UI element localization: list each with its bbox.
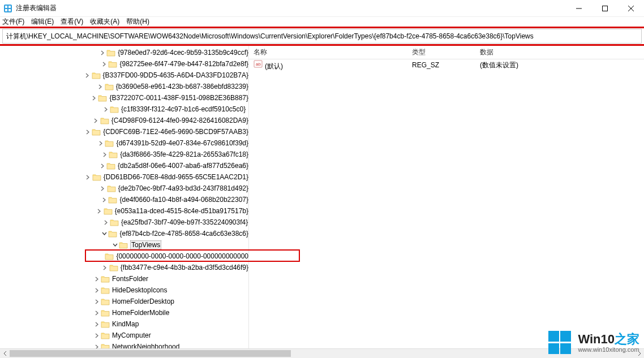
tree-node[interactable]: {c1f8339f-f312-4c97-b1c6-ecdf5910c5c0} [0,103,248,115]
tree-node[interactable]: {fbb3477e-c9e4-4b3b-a2ba-d3f5d3cd46f9} [0,262,248,273]
tree-node[interactable]: {ea25fbd7-3bf7-409e-b97f-3352240903f4} [0,217,248,228]
folder-icon [109,264,118,271]
tree-node[interactable]: {982725ee-6f47-479e-b447-812bfa7d2e8f} [0,58,248,70]
tree-node[interactable]: {db2a5d8f-06e6-4007-aba6-af877d526ea6} [0,160,248,171]
close-button[interactable] [618,0,644,16]
tree-node[interactable]: {de4f0660-fa10-4b8f-a494-068b20b22307} [0,194,248,205]
scroll-left-button[interactable] [0,349,10,358]
chevron-down-icon[interactable] [111,241,119,249]
tree-node[interactable]: {C4D98F09-6124-4fe0-9942-826416082DA9} [0,115,248,126]
tree-node-label: {ef87b4cb-f2ce-4785-8658-4ca6c63e38c6} [119,230,248,238]
chevron-right-icon[interactable] [90,94,98,102]
svg-rect-1 [5,6,7,8]
tree-node[interactable]: KindMap [0,318,248,330]
folder-icon [108,230,117,238]
folder-icon [101,297,110,305]
tree-node[interactable]: {DD61BD66-70E8-48dd-9655-65C5E1AAC2D1} [0,171,248,183]
menu-file[interactable]: 文件(F) [2,17,24,27]
chevron-right-icon[interactable] [97,83,105,90]
tree-node-label: {B372207C-0011-438F-9151-098B2E36B887} [109,94,248,102]
value-row[interactable]: ab(默认)REG_SZ(数值未设置) [249,59,644,71]
chevron-right-icon[interactable] [93,331,101,339]
tree-node-label: {C4D98F09-6124-4fe0-9942-826416082DA9} [111,117,248,124]
tree-node-label: {00000000-0000-0000-0000-000000000000 [116,252,248,260]
tree-node[interactable]: NetworkNeighborhood [0,341,248,348]
list-body[interactable]: ab(默认)REG_SZ(数值未设置) [249,59,644,348]
minimize-button[interactable] [566,0,592,16]
tree-node[interactable]: {e053a11a-dced-4515-8c4e-d51ba917517b} [0,205,248,217]
column-data[interactable]: 数据 [475,48,644,57]
tree-pane[interactable]: {978e0ed7-92d6-4cec-9b59-3135b9c49ccf}{9… [0,46,249,348]
chevron-right-icon[interactable] [92,117,100,124]
chevron-right-icon[interactable] [93,320,101,328]
value-name: (默认) [265,62,283,70]
chevron-right-icon[interactable] [84,71,92,79]
chevron-right-icon[interactable] [102,105,110,113]
scroll-right-button[interactable] [634,349,644,358]
menu-favorites[interactable]: 收藏夹(A) [90,17,119,27]
tree-node-label: {e053a11a-dced-4515-8c4e-d51ba917517b} [115,207,248,215]
scroll-track-left[interactable] [10,349,634,358]
menu-edit[interactable]: 编辑(E) [31,17,54,27]
chevron-right-icon[interactable] [93,309,101,317]
chevron-right-icon[interactable] [99,184,107,192]
chevron-right-icon[interactable] [101,264,109,271]
string-value-icon: ab [254,59,263,68]
tree-node-label: {CD0FC69B-71E2-46e5-9690-5BCD9F57AAB3} [103,128,248,136]
menu-view[interactable]: 查看(V) [61,17,83,27]
folder-icon [101,320,110,328]
chevron-right-icon[interactable] [102,218,110,226]
chevron-down-icon[interactable] [100,230,108,238]
svg-rect-2 [8,6,11,8]
tree-node-label: {978e0ed7-92d6-4cec-9b59-3135b9c49ccf} [118,49,248,57]
folder-icon [106,162,115,170]
tree-node[interactable]: HomeFolderMobile [0,307,248,318]
chevron-right-icon[interactable] [93,297,101,305]
tree-node[interactable]: {00000000-0000-0000-0000-000000000000 [0,251,248,262]
scroll-thumb[interactable] [10,350,291,357]
folder-icon [105,83,114,90]
folder-icon [92,173,101,181]
tree-node-label: HomeFolderDesktop [112,297,174,305]
tree-node[interactable]: {da3f6866-35fe-4229-821a-26553a67fc18} [0,149,248,160]
tree-node[interactable]: MyComputer [0,330,248,341]
chevron-right-icon[interactable] [84,173,92,181]
address-input[interactable]: 计算机\HKEY_LOCAL_MACHINE\SOFTWARE\WOW6432N… [2,29,642,44]
main-split: {978e0ed7-92d6-4cec-9b59-3135b9c49ccf}{9… [0,46,644,348]
tree-node[interactable]: {CD0FC69B-71E2-46e5-9690-5BCD9F57AAB3} [0,126,248,137]
tree-node[interactable]: {d674391b-52d9-4e07-834e-67c98610f39d} [0,137,248,149]
tree-node-label: KindMap [112,320,139,328]
chevron-right-icon[interactable] [84,128,92,136]
chevron-right-icon[interactable] [93,275,101,283]
chevron-right-icon[interactable] [97,139,105,147]
chevron-right-icon[interactable] [93,286,101,294]
menu-help[interactable]: 帮助(H) [126,17,149,27]
tree-node[interactable]: {978e0ed7-92d6-4cec-9b59-3135b9c49ccf} [0,47,248,58]
tree-node[interactable]: {b3690e58-e961-423b-b687-386ebfd83239} [0,81,248,92]
value-data: (数值未设置) [475,61,644,70]
tree-node-label: {de4f0660-fa10-4b8f-a494-068b20b22307} [119,196,248,204]
tree-node[interactable]: FontsFolder [0,273,248,284]
chevron-right-icon[interactable] [100,196,108,204]
horizontal-scrollbar[interactable] [0,348,644,358]
chevron-right-icon[interactable] [93,343,101,348]
column-type[interactable]: 类型 [407,48,475,57]
chevron-right-icon[interactable] [98,162,106,170]
tree-node[interactable]: {ef87b4cb-f2ce-4785-8658-4ca6c63e38c6} [0,228,248,239]
tree-node-label: NetworkNeighborhood [112,343,179,348]
tree-node-label: MyComputer [112,331,151,339]
maximize-button[interactable] [592,0,618,16]
tree-node[interactable]: {B372207C-0011-438F-9151-098B2E36B887} [0,92,248,103]
chevron-right-icon[interactable] [101,150,109,158]
tree-node[interactable]: {B337FD00-9DD5-4635-A6D4-DA33FD102B7A} [0,70,248,81]
tree-node[interactable]: {de2b70ec-9bf7-4a93-bd3d-243f7881d492} [0,183,248,194]
tree-node-label: {982725ee-6f47-479e-b447-812bfa7d2e8f} [119,60,248,68]
folder-icon [104,207,113,215]
chevron-right-icon[interactable] [96,207,104,215]
tree-node[interactable]: HideDesktopIcons [0,284,248,296]
chevron-right-icon[interactable] [100,60,108,68]
column-name[interactable]: 名称 [249,48,407,57]
chevron-right-icon[interactable] [98,49,106,57]
tree-node[interactable]: HomeFolderDesktop [0,296,248,307]
tree-node[interactable]: TopViews [0,239,248,251]
